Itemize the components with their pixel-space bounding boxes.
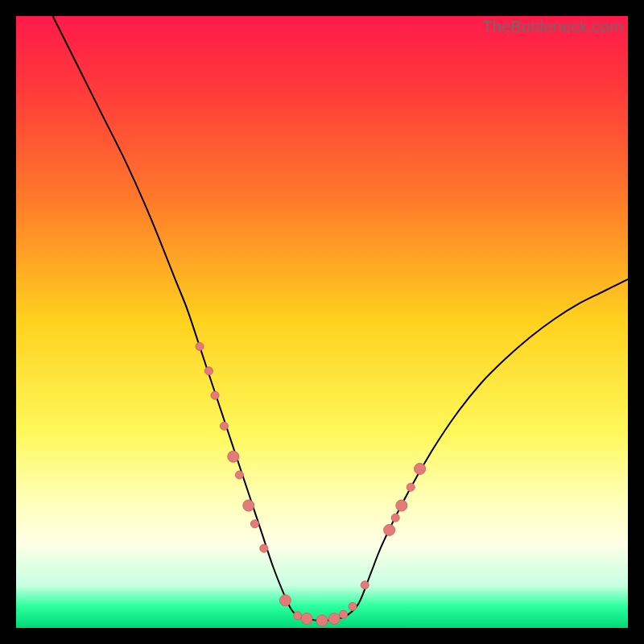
marker-dot [235,471,243,479]
marker-dot [407,483,415,491]
marker-dot [328,613,340,625]
marker-dot [204,367,213,375]
marker-dot [260,544,268,552]
marker-dot [316,615,328,626]
marker-dot [349,602,357,610]
marker-dot [340,610,348,618]
marker-dot [228,451,239,462]
bottleneck-chart [16,16,628,628]
watermark-label: TheBottleneck.com [482,18,623,36]
marker-dot [243,500,254,511]
marker-dot [391,514,399,522]
marker-dot [196,342,204,350]
marker-dot [396,500,407,511]
marker-dot [301,613,312,625]
marker-dot [361,581,369,589]
gradient-background [16,16,628,628]
marker-dot [250,520,258,528]
marker-dot [279,595,291,606]
marker-dot [294,612,302,620]
marker-dot [384,524,395,535]
marker-dot [220,422,228,430]
marker-dot [211,391,219,399]
chart-frame: TheBottleneck.com [16,16,628,628]
marker-dot [415,463,426,474]
